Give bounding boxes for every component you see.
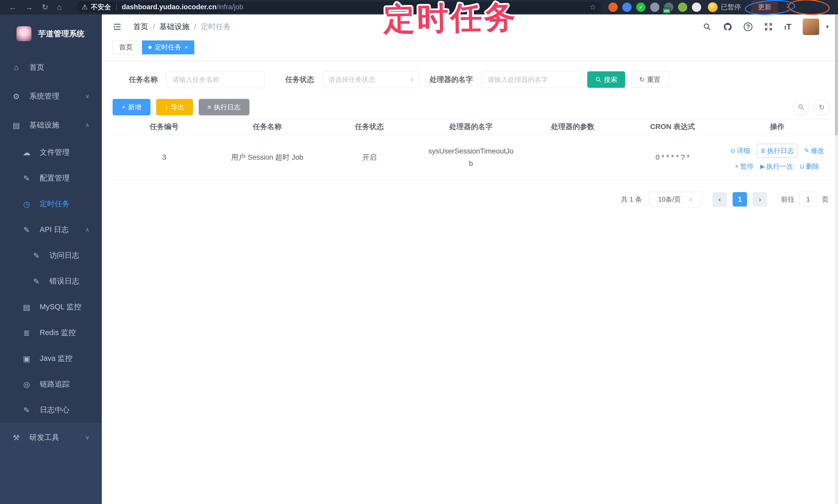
action-pause-link[interactable]: ×暂停	[735, 162, 753, 171]
address-bar[interactable]: ⚠ 不安全 dashboard.yudao.iocoder.cn /infra/…	[76, 2, 602, 13]
sidebar-item-1[interactable]: ⌂首页	[0, 53, 102, 82]
trash-icon: ⊔	[800, 163, 804, 170]
search-toggle-button[interactable]	[793, 99, 809, 115]
row-actions-line: ×暂停▶执行一次⊔删除	[732, 162, 823, 171]
action-view-link[interactable]: ⊙详细	[730, 146, 750, 155]
tab-close-icon[interactable]: ×	[185, 44, 188, 51]
search-button[interactable]: 搜索	[587, 71, 625, 88]
reload-icon[interactable]: ↻	[42, 3, 48, 11]
tab-label: 定时任务	[155, 43, 181, 52]
toolbar-button-1[interactable]: +新增	[112, 99, 151, 115]
fullscreen-icon[interactable]	[764, 22, 773, 32]
ext-leaf-icon[interactable]	[678, 3, 687, 12]
action-edit-link[interactable]: ✎修改	[804, 146, 824, 155]
sidebar-dev-section: ⚒研发工具∨	[0, 423, 102, 504]
sidebar-item-label: 定时任务	[40, 199, 70, 209]
sidebar-item-8[interactable]: ✎访问日志	[0, 242, 102, 268]
user-menu-caret-icon[interactable]: ▾	[826, 23, 829, 30]
sidebar-item-label: 日志中心	[40, 405, 70, 415]
sidebar-item-9[interactable]: ✎错误日志	[0, 268, 102, 294]
forward-icon[interactable]: →	[25, 3, 33, 11]
home-icon: ⌂	[11, 63, 21, 72]
action-run-link[interactable]: ▶执行一次	[760, 162, 793, 171]
trace-eye-icon: ◎	[22, 380, 32, 389]
ext-on-badge: on	[663, 8, 671, 14]
bookmark-star-icon[interactable]: ☆	[590, 3, 596, 11]
filter-label-handler: 处理器的名字	[430, 75, 473, 85]
job-name-input[interactable]	[167, 71, 265, 88]
handler-name-input[interactable]	[482, 71, 581, 88]
goto-page-input[interactable]	[799, 192, 817, 207]
ext-orange-icon[interactable]	[608, 3, 618, 12]
breadcrumb-item-2[interactable]: 基础设施	[159, 22, 189, 32]
ext-blue-icon[interactable]	[622, 3, 632, 12]
breadcrumb-separator: /	[194, 23, 196, 31]
font-size-icon[interactable]: tT	[784, 22, 791, 32]
page-scrollbar[interactable]	[835, 14, 838, 504]
sidebar-item-label: Java 监控	[40, 353, 72, 364]
toolbar-button-label: 执行日志	[214, 103, 241, 112]
browser-home-icon[interactable]: ⌂	[57, 3, 62, 11]
job-status-select[interactable]: 请选择任务状态 ∨	[323, 71, 419, 88]
tab-1[interactable]: 首页	[112, 40, 139, 54]
sidebar-item-3[interactable]: ▤基础设施∧	[0, 111, 102, 140]
reset-button[interactable]: ↻ 重置	[631, 71, 668, 88]
timer-icon: ◷	[22, 200, 32, 209]
sidebar-item-2[interactable]: ⚙系统管理∨	[0, 82, 102, 111]
sidebar-item-10[interactable]: ▤MySQL 监控	[0, 294, 102, 320]
ext-puzzle-icon[interactable]	[692, 3, 701, 12]
action-log-link[interactable]: ≣执行日志	[757, 144, 797, 158]
help-icon[interactable]: ?	[744, 22, 752, 31]
run-icon: ▶	[760, 163, 765, 170]
action-trash-link[interactable]: ⊔删除	[800, 162, 819, 171]
sidebar-item-4[interactable]: ☁文件管理	[0, 140, 102, 165]
tab-2[interactable]: 定时任务×	[142, 40, 194, 54]
error-log-icon: ✎	[32, 277, 41, 286]
toolbar-button-3[interactable]: ≡执行日志	[199, 99, 249, 115]
scrollbar-thumb[interactable]	[835, 14, 838, 136]
sidebar-item-label: 文件管理	[40, 147, 70, 158]
sidebar-item-5[interactable]: ✎配置管理	[0, 165, 102, 191]
github-icon[interactable]	[723, 22, 732, 32]
sidebar-item-15[interactable]: ⚒研发工具∨	[0, 423, 102, 452]
action-label: 详细	[737, 146, 750, 155]
user-avatar[interactable]	[803, 19, 819, 35]
goto-label: 前往	[781, 195, 795, 204]
sidebar-item-label: 错误日志	[50, 276, 80, 286]
row-actions: ⊙详细≣执行日志✎修改×暂停▶执行一次⊔删除	[721, 144, 833, 171]
breadcrumb-item-1[interactable]: 首页	[133, 22, 148, 32]
sidebar-item-12[interactable]: ▣Java 监控	[0, 346, 102, 371]
browser-update-button[interactable]: 更新	[751, 1, 778, 14]
page-number-1[interactable]: 1	[733, 192, 747, 206]
browser-topbar: ← → ↻ ⌂ ⚠ 不安全 dashboard.yudao.iocoder.cn…	[0, 0, 838, 14]
sidebar-item-7[interactable]: ✎API 日志∧	[0, 217, 102, 242]
refresh-table-button[interactable]: ↻	[814, 99, 830, 115]
collapse-sidebar-icon[interactable]	[112, 22, 122, 31]
sidebar-item-6[interactable]: ◷定时任务	[0, 191, 102, 217]
filter-label-name: 任务名称	[129, 75, 158, 85]
next-page-button[interactable]: ›	[753, 192, 767, 206]
column-header: 操作	[721, 119, 833, 134]
security-label: 不安全	[91, 3, 111, 12]
breadcrumb-separator: /	[153, 23, 155, 31]
emoji-avatar-icon	[708, 2, 718, 12]
prev-page-button[interactable]: ‹	[713, 192, 727, 206]
sidebar-item-14[interactable]: ✎日志中心	[0, 397, 102, 423]
ext-grid-icon[interactable]	[650, 3, 659, 12]
page-size-select[interactable]: 10条/页 ∨	[649, 192, 702, 207]
search-icon[interactable]	[702, 22, 712, 32]
column-header: 处理器的名字	[420, 119, 522, 134]
column-header: 任务状态	[319, 119, 420, 134]
sidebar-item-11[interactable]: ≣Redis 监控	[0, 320, 102, 346]
browser-menu-icon[interactable]: ⋮	[783, 3, 792, 12]
back-icon[interactable]: ←	[9, 3, 17, 11]
column-header: 任务编号	[112, 119, 216, 134]
sidebar-item-13[interactable]: ◎链路追踪	[0, 371, 102, 397]
logo-row[interactable]: 芋道管理系统	[0, 14, 102, 53]
access-log-icon: ✎	[32, 251, 41, 260]
ext-list-icon[interactable]: on	[664, 3, 673, 12]
sidebar-item-label: Redis 监控	[40, 328, 76, 338]
ext-green-check-icon[interactable]: ✓	[636, 3, 646, 12]
toolbar-button-2[interactable]: ↓导出	[156, 99, 193, 115]
profile-paused-chip[interactable]: 已暂停	[708, 2, 741, 12]
